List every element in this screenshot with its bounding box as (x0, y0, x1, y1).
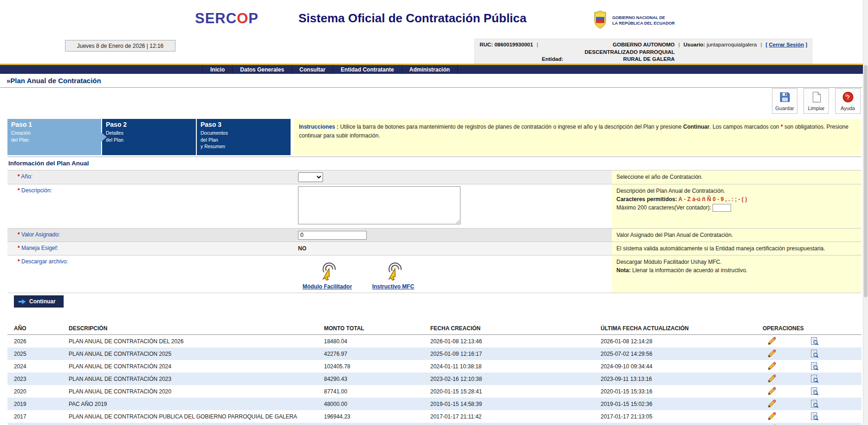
cell-descripcion: PLAN ANUAL DE CONTRATACIONES AÑO 2016 (62, 423, 317, 425)
view-report-icon[interactable] (810, 349, 819, 358)
session-info-bar: RUC: 0860019930001 | Entidad: GOBIERNO A… (474, 39, 812, 66)
cell-descripcion: PLAN ANUAL DE CONTRATACION PUBLICA DEL G… (62, 410, 317, 423)
esigef-value: NO (298, 244, 306, 252)
form-row-descripcion: * Descripción: Descripción del Plan Anua… (7, 184, 862, 228)
col-header-operaciones: OPERACIONES (756, 322, 862, 335)
view-report-icon[interactable] (810, 337, 819, 346)
cell-ultima-actualizacion: 2016-12-18 15:12:24 (594, 423, 756, 425)
cell-operaciones (756, 335, 862, 348)
table-row: 2025 PLAN ANUAL DE CONTRATACION 2025 422… (7, 347, 862, 360)
table-row: 2016 PLAN ANUAL DE CONTRATACIONES AÑO 20… (7, 423, 862, 425)
cell-operaciones (756, 385, 862, 398)
cell-anio: 2019 (7, 398, 62, 410)
edit-icon[interactable] (767, 374, 776, 383)
gov-text-line1: GOBIERNO NACIONAL DE (612, 15, 675, 20)
nav-item-datos-generales[interactable]: Datos Generales (233, 65, 292, 74)
save-icon (779, 91, 791, 105)
ecuador-crest-icon (592, 10, 609, 31)
view-report-icon[interactable] (810, 362, 819, 371)
cell-fecha-creacion: 2019-01-15 14:58:39 (424, 398, 594, 410)
government-logo: GOBIERNO NACIONAL DE LA REPÚBLICA DEL EC… (592, 10, 675, 31)
valor-label: * Valor Asignado: (7, 229, 293, 242)
limpiar-button[interactable]: Limpiar (803, 88, 829, 114)
sercop-logo: SERCOP (195, 10, 259, 27)
svg-text:?: ? (846, 94, 850, 101)
scrollbar-thumb[interactable] (864, 65, 868, 297)
table-row: 2019 PAC AÑO 2019 48000.00 2019-01-15 14… (7, 398, 862, 410)
nav-item-inicio[interactable]: Inicio (202, 65, 233, 74)
instructivo-mfc-download[interactable]: Instructivo MFC (366, 259, 421, 290)
help-icon: ? (842, 91, 854, 105)
cell-ultima-actualizacion: 2017-01-17 21:13:05 (594, 410, 756, 423)
descargar-label: * Descargar archivo: (7, 255, 293, 293)
valor-help: Valor Asignado del Plan Anual de Contrat… (612, 229, 862, 242)
cell-fecha-creacion: 2017-01-17 21:11:42 (424, 410, 594, 423)
table-row: 2026 PLAN ANUAL DE CONTRATACIÓN DEL 2026… (7, 335, 862, 348)
cell-monto-total: 48000.00 (317, 398, 424, 410)
cell-monto-total: 372215.97 (317, 423, 424, 425)
step-1-creacion: Paso 1 Creación del Plan (7, 119, 101, 155)
cell-ultima-actualizacion: 2019-01-15 15:02:36 (594, 398, 756, 410)
separator: | (679, 41, 680, 49)
view-report-icon[interactable] (810, 399, 819, 408)
modulo-facilitador-download[interactable]: Módulo Facilitador (300, 259, 355, 290)
sercop-logo-text: P (248, 10, 259, 26)
blank-document-icon (810, 91, 823, 105)
esigef-label: * Maneja Esigef: (7, 242, 293, 255)
edit-icon[interactable] (767, 362, 776, 371)
guardar-button[interactable]: Guardar (772, 88, 797, 114)
vertical-scrollbar (863, 0, 868, 425)
click-download-icon (381, 259, 405, 282)
cell-ultima-actualizacion: 2024-09-10 09:34:44 (594, 360, 756, 373)
col-header-ultima-actualizacion: ÚLTIMA FECHA ACTUALIZACIÓN (594, 322, 756, 335)
ruc-info: RUC: 0860019930001 (479, 41, 533, 49)
view-report-icon[interactable] (810, 412, 819, 421)
cell-anio: 2016 (7, 423, 62, 425)
descripcion-textarea[interactable] (298, 186, 460, 224)
step-3-documentos: Paso 3 Documentos del Plan y Resumen (197, 119, 291, 155)
logout-link[interactable]: [ Cerrar Sesión ] (765, 41, 807, 49)
edit-icon[interactable] (767, 399, 776, 408)
anio-select[interactable] (298, 172, 323, 182)
form-row-esigef: * Maneja Esigef: NO El sistema valida au… (7, 242, 862, 255)
page-title: »Plan Anual de Contratación (0, 75, 862, 88)
counter-input[interactable] (713, 204, 731, 212)
pac-table: AÑO DESCRIPCIÓN MONTO TOTAL FECHA CREACI… (7, 322, 862, 425)
cell-fecha-creacion: 2020-01-15 15:28:41 (424, 385, 594, 398)
datetime-display: Jueves 8 de Enero de 2026 | 12:16 (65, 40, 175, 52)
cell-ultima-actualizacion: 2026-01-08 12:14:28 (594, 335, 756, 348)
continuar-button[interactable]: Continuar (14, 295, 64, 307)
usuario-info: Usuario: juntaparroquialgalera (684, 41, 757, 49)
cell-anio: 2017 (7, 410, 62, 423)
view-report-icon[interactable] (810, 387, 819, 396)
nav-item-consultar[interactable]: Consultar (292, 65, 333, 74)
cell-monto-total: 87741.00 (317, 385, 424, 398)
col-header-monto-total: MONTO TOTAL (317, 322, 424, 335)
cell-descripcion: PLAN ANUAL DE CONTRATACIÓN 2023 (62, 373, 317, 385)
edit-icon[interactable] (767, 349, 776, 358)
cell-operaciones (756, 423, 862, 425)
cell-descripcion: PLAN ANUAL DE CONTRATACIÓN DEL 2026 (62, 335, 317, 348)
nav-item-administracion[interactable]: Administración (402, 65, 458, 74)
cell-operaciones (756, 373, 862, 385)
edit-icon[interactable] (767, 337, 776, 346)
cell-monto-total: 196944.23 (317, 410, 424, 423)
anio-help: Seleccione el año de Contratación. (612, 170, 862, 184)
descripcion-label: * Descripción: (7, 184, 293, 228)
cell-fecha-creacion: 2016-01-10 23:20:22 (424, 423, 594, 425)
edit-icon[interactable] (767, 412, 776, 421)
arrow-right-icon (18, 299, 26, 305)
cell-ultima-actualizacion: 2025-07-02 14:29:56 (594, 347, 756, 360)
view-report-icon[interactable] (810, 374, 819, 383)
plan-anual-form: Información del Plan Anual * Año: Selecc… (7, 157, 862, 293)
descripcion-help: Descripción del Plan Anual de Contrataci… (612, 184, 862, 228)
sercop-logo-text: SERC (195, 10, 237, 26)
nav-item-entidad-contratante[interactable]: Entidad Contratante (333, 65, 402, 74)
form-section-title: Información del Plan Anual (7, 157, 862, 170)
valor-asignado-input[interactable] (298, 231, 367, 240)
ayuda-button[interactable]: ? Ayuda (835, 88, 861, 114)
form-row-descargar: * Descargar archivo: Módulo Facilitador (7, 255, 862, 293)
cell-descripcion: PAC AÑO 2019 (62, 398, 317, 410)
cell-monto-total: 102405.78 (317, 360, 424, 373)
edit-icon[interactable] (767, 387, 776, 396)
